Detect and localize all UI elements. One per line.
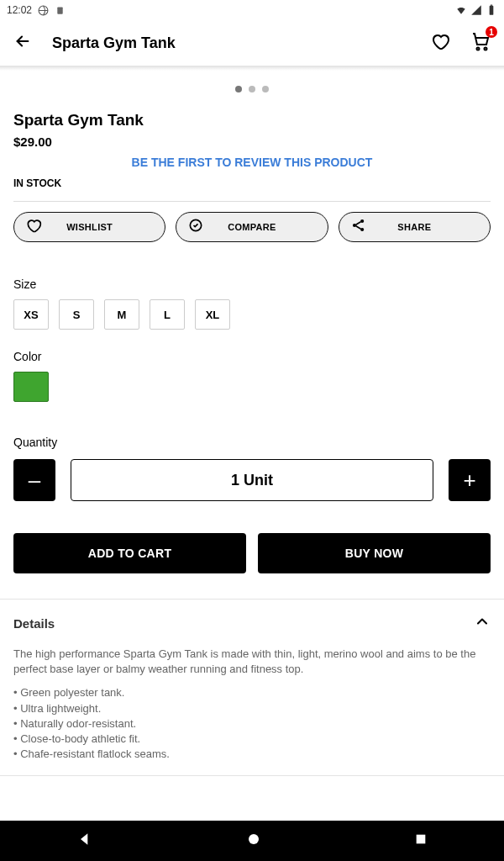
details-bullet: • Naturally odor-resistant. bbox=[13, 716, 491, 732]
svg-point-5 bbox=[485, 48, 487, 50]
chevron-up-icon bbox=[474, 613, 491, 633]
system-navbar bbox=[0, 821, 504, 861]
quantity-increase-button[interactable]: + bbox=[449, 459, 491, 501]
stock-status: IN STOCK bbox=[13, 177, 491, 189]
statusbar-time: 12:02 bbox=[7, 4, 32, 16]
details-bullet: • Green polyester tank. bbox=[13, 685, 491, 700]
compare-icon bbox=[187, 217, 204, 237]
size-options: XS S M L XL bbox=[13, 299, 491, 330]
details-header[interactable]: Details bbox=[0, 600, 504, 647]
share-label: SHARE bbox=[397, 222, 431, 232]
appbar: Sparta Gym Tank 1 bbox=[0, 20, 504, 67]
heart-icon bbox=[25, 217, 42, 237]
review-link[interactable]: BE THE FIRST TO REVIEW THIS PRODUCT bbox=[13, 156, 491, 169]
size-option-xl[interactable]: XL bbox=[195, 299, 230, 330]
compare-label: COMPARE bbox=[228, 222, 276, 232]
svg-point-10 bbox=[249, 834, 259, 844]
quantity-decrease-button[interactable]: – bbox=[13, 459, 55, 501]
statusbar: 12:02 bbox=[0, 0, 504, 20]
carousel-dot-3[interactable] bbox=[262, 86, 269, 92]
add-to-cart-button[interactable]: ADD TO CART bbox=[13, 533, 246, 573]
color-swatch-green[interactable] bbox=[13, 372, 49, 402]
share-icon bbox=[350, 217, 367, 237]
product-title: Sparta Gym Tank bbox=[13, 111, 491, 129]
svg-rect-11 bbox=[417, 835, 426, 844]
wifi-icon bbox=[455, 4, 467, 16]
size-option-s[interactable]: S bbox=[59, 299, 94, 330]
details-description: The high performance Sparta Gym Tank is … bbox=[13, 647, 491, 677]
product-price: $29.00 bbox=[13, 135, 491, 149]
svg-rect-1 bbox=[57, 7, 62, 13]
signal-icon bbox=[470, 4, 482, 16]
size-option-m[interactable]: M bbox=[104, 299, 139, 330]
page-title: Sparta Gym Tank bbox=[52, 34, 430, 52]
carousel-dots bbox=[0, 71, 504, 99]
svg-rect-3 bbox=[491, 5, 492, 6]
color-label: Color bbox=[13, 350, 491, 363]
details-accordion: Details The high performance Sparta Gym … bbox=[0, 599, 504, 776]
globe-icon bbox=[37, 4, 49, 16]
details-bullet: • Ultra lightweight. bbox=[13, 701, 491, 716]
details-bullet: • Close-to-body athletic fit. bbox=[13, 732, 491, 747]
carousel-dot-1[interactable] bbox=[235, 86, 242, 92]
nav-recent-icon[interactable] bbox=[414, 832, 428, 849]
quantity-display: 1 Unit bbox=[71, 459, 433, 501]
svg-rect-2 bbox=[490, 6, 494, 15]
buy-now-button[interactable]: BUY NOW bbox=[258, 533, 491, 573]
wishlist-icon[interactable] bbox=[430, 31, 450, 55]
size-label: Size bbox=[13, 277, 491, 291]
back-icon[interactable] bbox=[13, 32, 32, 54]
divider bbox=[13, 201, 491, 202]
cart-button[interactable]: 1 bbox=[470, 31, 491, 55]
wishlist-label: WISHLIST bbox=[66, 222, 113, 232]
nav-back-icon[interactable] bbox=[76, 831, 93, 851]
details-bullet: • Chafe-resistant flatlock seams. bbox=[13, 747, 491, 762]
svg-point-4 bbox=[477, 48, 480, 50]
carousel-dot-2[interactable] bbox=[249, 86, 255, 92]
size-option-l[interactable]: L bbox=[150, 299, 185, 330]
nav-home-icon[interactable] bbox=[246, 832, 261, 850]
sd-icon bbox=[54, 4, 66, 16]
quantity-label: Quantity bbox=[13, 436, 491, 449]
battery-icon bbox=[486, 4, 497, 16]
size-option-xs[interactable]: XS bbox=[13, 299, 49, 330]
details-title: Details bbox=[13, 616, 55, 631]
cart-badge: 1 bbox=[486, 26, 497, 38]
